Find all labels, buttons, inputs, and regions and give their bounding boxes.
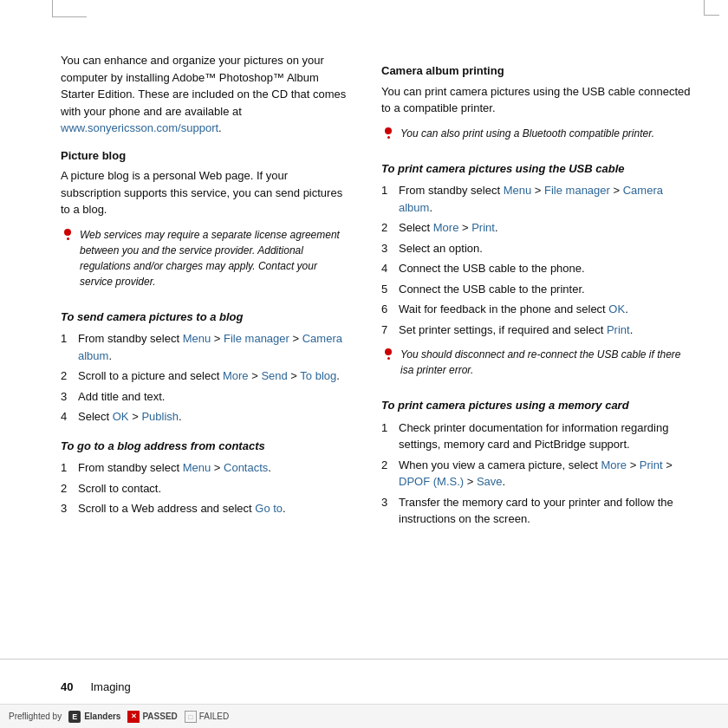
step-num: 1 bbox=[381, 419, 393, 453]
list-item: 2 Scroll to a picture and select More > … bbox=[61, 367, 347, 385]
list-item: 5 Connect the USB cable to the printer. bbox=[381, 281, 693, 298]
step-num: 1 bbox=[61, 330, 73, 364]
page-number: 40 bbox=[61, 680, 73, 693]
list-item: 6 Wait for feedback in the phone and sel… bbox=[381, 301, 693, 318]
note-disconnect: You should disconnect and re-connect the… bbox=[381, 347, 693, 385]
menu-link[interactable]: Menu bbox=[183, 332, 211, 345]
step-text: Select OK > Publish. bbox=[78, 408, 182, 426]
failed-badge: □ FAILED bbox=[185, 711, 229, 723]
step-text: Connect the USB cable to the phone. bbox=[399, 260, 585, 277]
print-link-m[interactable]: Print bbox=[640, 458, 663, 471]
menu-link-2[interactable]: Menu bbox=[183, 461, 211, 474]
step-text: Wait for feedback in the phone and selec… bbox=[399, 301, 628, 318]
right-column: Camera album printing You can print came… bbox=[364, 52, 728, 659]
step-text: From standby select Menu > File manager … bbox=[78, 330, 347, 364]
intro-paragraph: You can enhance and organize your pictur… bbox=[61, 52, 347, 137]
list-item: 1 Check printer documentation for inform… bbox=[381, 419, 693, 453]
to-go-heading: To go to a blog address from contacts bbox=[61, 438, 347, 455]
steps-usb-list: 1 From standby select Menu > File manage… bbox=[381, 182, 693, 338]
step-num: 7 bbox=[381, 322, 393, 339]
camera-album-link-r[interactable]: Camera album bbox=[399, 184, 663, 214]
footer: 40 Imaging Preflighted by E Elanders ✕ P… bbox=[0, 659, 728, 728]
more-link-m[interactable]: More bbox=[601, 458, 627, 471]
preflight-bar: Preflighted by E Elanders ✕ PASSED □ FAI… bbox=[0, 704, 728, 728]
list-item: 7 Set printer settings, if required and … bbox=[381, 322, 693, 339]
step-num: 5 bbox=[381, 281, 393, 298]
page-container: You can enhance and organize your pictur… bbox=[0, 0, 728, 728]
to-send-heading: To send camera pictures to a blog bbox=[61, 309, 347, 326]
failed-icon: □ bbox=[185, 711, 197, 723]
step-text: From standby select Menu > File manager … bbox=[399, 182, 693, 216]
picture-blog-text: A picture blog is a personal Web page. I… bbox=[61, 167, 347, 218]
bullet-dot-bt bbox=[387, 136, 390, 139]
page-section-label: Imaging bbox=[90, 680, 130, 693]
content-area: You can enhance and organize your pictur… bbox=[0, 52, 728, 659]
camera-album-text: You can print camera pictures using the … bbox=[381, 83, 693, 117]
step-num: 2 bbox=[381, 457, 393, 491]
step-num: 4 bbox=[61, 408, 73, 426]
more-link-r[interactable]: More bbox=[433, 221, 459, 234]
note-bullet-bt bbox=[381, 126, 395, 148]
note-bullet-1 bbox=[61, 227, 75, 296]
step-text: Select More > Print. bbox=[399, 219, 498, 237]
steps-memory-list: 1 Check printer documentation for inform… bbox=[381, 419, 693, 528]
step-num: 2 bbox=[61, 480, 73, 497]
passed-label: PASSED bbox=[142, 712, 177, 721]
step-text: When you view a camera picture, select M… bbox=[399, 457, 693, 491]
file-manager-link-r[interactable]: File manager bbox=[544, 184, 610, 197]
list-item: 4 Select OK > Publish. bbox=[61, 408, 347, 426]
step-text: Scroll to a Web address and select Go to… bbox=[78, 500, 286, 517]
corner-mark-tr bbox=[704, 0, 719, 16]
corner-mark-tl bbox=[52, 0, 87, 17]
more-link[interactable]: More bbox=[223, 369, 249, 382]
step-text: Set printer settings, if required and se… bbox=[399, 322, 633, 339]
file-manager-link[interactable]: File manager bbox=[224, 332, 289, 345]
save-link[interactable]: Save bbox=[477, 475, 503, 488]
bullet-dot-1 bbox=[67, 237, 69, 240]
step-text: Scroll to contact. bbox=[78, 480, 161, 497]
step-text: Connect the USB cable to the printer. bbox=[399, 281, 585, 298]
print-link-r[interactable]: Print bbox=[471, 221, 495, 234]
note-bluetooth: You can also print using a Bluetooth com… bbox=[381, 126, 693, 148]
passed-icon: ✕ bbox=[127, 711, 140, 723]
contacts-link[interactable]: Contacts bbox=[224, 461, 268, 474]
note-web-services-text: Web services may require a separate lice… bbox=[80, 227, 347, 289]
menu-link-r1[interactable]: Menu bbox=[504, 184, 532, 197]
list-item: 3 Transfer the memory card to your print… bbox=[381, 494, 693, 528]
step-text: From standby select Menu > Contacts. bbox=[78, 459, 271, 477]
bullet-icon-bt bbox=[385, 127, 392, 134]
publish-link[interactable]: Publish bbox=[141, 410, 179, 423]
picture-blog-heading: Picture blog bbox=[61, 147, 347, 165]
to-blog-link[interactable]: To blog bbox=[300, 369, 336, 382]
list-item: 1 From standby select Menu > File manage… bbox=[61, 330, 347, 364]
list-item: 2 Scroll to contact. bbox=[61, 480, 347, 497]
preflight-label: Preflighted by bbox=[9, 712, 62, 721]
note-web-services: Web services may require a separate lice… bbox=[61, 227, 347, 296]
sony-link[interactable]: www.sonyericsson.com/support bbox=[61, 121, 218, 134]
bullet-dot-disc bbox=[387, 357, 390, 360]
bullet-icon-disc bbox=[385, 348, 392, 355]
step-num: 3 bbox=[61, 500, 73, 517]
ok-link[interactable]: OK bbox=[113, 410, 129, 423]
step-text: Scroll to a picture and select More > Se… bbox=[78, 367, 340, 385]
dpof-link[interactable]: DPOF (M.S.) bbox=[399, 475, 464, 488]
note-disconnect-text: You should disconnect and re-connect the… bbox=[400, 347, 693, 378]
step-text: Check printer documentation for informat… bbox=[399, 419, 693, 453]
step-num: 4 bbox=[381, 260, 393, 277]
step-num: 3 bbox=[61, 388, 73, 406]
bullet-icon-1 bbox=[64, 229, 71, 236]
elanders-name: Elanders bbox=[84, 712, 120, 721]
camera-album-link[interactable]: Camera album bbox=[78, 332, 342, 362]
note-bullet-disc bbox=[381, 347, 395, 385]
steps-go-list: 1 From standby select Menu > Contacts. 2… bbox=[61, 459, 347, 517]
send-link[interactable]: Send bbox=[261, 369, 287, 382]
list-item: 2 When you view a camera picture, select… bbox=[381, 457, 693, 491]
go-to-link[interactable]: Go to bbox=[255, 502, 283, 515]
step-text: Select an option. bbox=[399, 240, 483, 257]
step-num: 1 bbox=[61, 459, 73, 477]
list-item: 3 Select an option. bbox=[381, 240, 693, 257]
list-item: 2 Select More > Print. bbox=[381, 219, 693, 237]
print-link-r2[interactable]: Print bbox=[607, 323, 630, 336]
ok-link-r[interactable]: OK bbox=[608, 302, 625, 315]
note-bluetooth-text: You can also print using a Bluetooth com… bbox=[400, 126, 654, 141]
